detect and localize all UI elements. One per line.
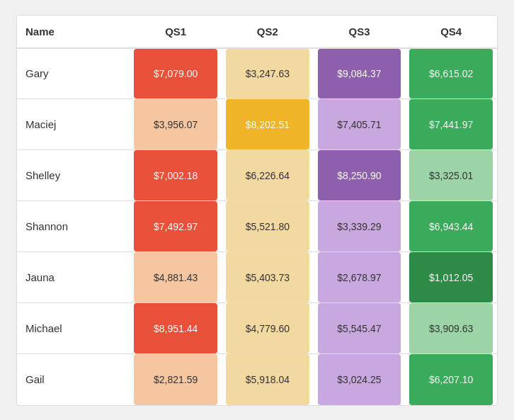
cell-value-qs4: $6,207.10 xyxy=(409,354,493,405)
cell-value-qs2: $8,202.51 xyxy=(226,99,309,149)
cell-qs3: $8,250.90 xyxy=(314,150,406,201)
cell-qs1: $7,079.00 xyxy=(130,48,222,99)
cell-qs2: $8,202.51 xyxy=(222,99,314,150)
cell-value-qs2: $5,403.73 xyxy=(226,252,309,302)
table-row: Michael$8,951.44$4,779.60$5,545.47$3,909… xyxy=(17,303,497,354)
cell-name: Michael xyxy=(17,303,130,354)
table-row: Maciej$3,956.07$8,202.51$7,405.71$7,441.… xyxy=(17,99,497,150)
cell-qs4: $3,909.63 xyxy=(405,303,497,354)
cell-qs2: $4,779.60 xyxy=(222,303,314,354)
cell-qs4: $1,012.05 xyxy=(405,252,497,303)
cell-value-qs3: $5,545.47 xyxy=(318,303,401,353)
table-row: Gary$7,079.00$3,247.63$9,084.37$6,615.02 xyxy=(17,48,497,99)
cell-value-qs1: $7,492.97 xyxy=(134,201,217,251)
cell-value-qs4: $3,325.01 xyxy=(409,150,493,200)
cell-name: Shelley xyxy=(17,150,130,201)
cell-value-qs3: $9,084.37 xyxy=(318,49,401,99)
cell-qs1: $8,951.44 xyxy=(130,303,222,354)
header-qs1: QS1 xyxy=(130,16,222,48)
cell-value-qs4: $6,615.02 xyxy=(409,49,493,99)
cell-value-qs3: $8,250.90 xyxy=(318,150,401,200)
header-name: Name xyxy=(17,16,130,48)
cell-name: Shannon xyxy=(17,201,130,252)
header-qs4: QS4 xyxy=(405,16,497,48)
cell-qs4: $3,325.01 xyxy=(405,150,497,201)
cell-value-qs2: $5,918.04 xyxy=(226,354,309,405)
cell-qs1: $2,821.59 xyxy=(130,354,222,405)
cell-value-qs2: $5,521.80 xyxy=(226,201,309,251)
cell-name: Gail xyxy=(17,354,130,405)
cell-value-qs1: $7,002.18 xyxy=(134,150,217,200)
cell-value-qs1: $2,821.59 xyxy=(134,354,217,405)
cell-qs3: $7,405.71 xyxy=(314,99,406,150)
table-row: Shelley$7,002.18$6,226.64$8,250.90$3,325… xyxy=(17,150,497,201)
cell-value-qs2: $6,226.64 xyxy=(226,150,309,200)
header-qs2: QS2 xyxy=(222,16,314,48)
cell-qs2: $5,403.73 xyxy=(222,252,314,303)
cell-qs1: $7,492.97 xyxy=(130,201,222,252)
cell-qs1: $4,881.43 xyxy=(130,252,222,303)
cell-value-qs3: $3,339.29 xyxy=(318,201,401,251)
cell-name: Gary xyxy=(17,48,130,99)
cell-qs4: $6,207.10 xyxy=(405,354,497,405)
cell-value-qs1: $3,956.07 xyxy=(134,99,217,149)
cell-value-qs2: $4,779.60 xyxy=(226,303,309,353)
cell-value-qs4: $6,943.44 xyxy=(409,201,493,251)
cell-value-qs3: $2,678.97 xyxy=(318,252,401,302)
cell-qs4: $6,615.02 xyxy=(405,48,497,99)
table-row: Jauna$4,881.43$5,403.73$2,678.97$1,012.0… xyxy=(17,252,497,303)
cell-qs3: $5,545.47 xyxy=(314,303,406,354)
cell-qs2: $5,521.80 xyxy=(222,201,314,252)
data-table: Name QS1 QS2 QS3 QS4 Gary$7,079.00$3,247… xyxy=(16,15,498,406)
cell-name: Maciej xyxy=(17,99,130,150)
cell-qs2: $6,226.64 xyxy=(222,150,314,201)
table-row: Gail$2,821.59$5,918.04$3,024.25$6,207.10 xyxy=(17,354,497,405)
cell-value-qs3: $7,405.71 xyxy=(318,99,401,149)
cell-qs4: $6,943.44 xyxy=(405,201,497,252)
cell-qs3: $2,678.97 xyxy=(314,252,406,303)
table-header-row: Name QS1 QS2 QS3 QS4 xyxy=(17,16,497,48)
cell-qs1: $7,002.18 xyxy=(130,150,222,201)
cell-value-qs1: $4,881.43 xyxy=(134,252,217,302)
cell-qs4: $7,441.97 xyxy=(405,99,497,150)
cell-qs1: $3,956.07 xyxy=(130,99,222,150)
cell-value-qs1: $8,951.44 xyxy=(134,303,217,353)
cell-value-qs3: $3,024.25 xyxy=(318,354,401,405)
cell-qs3: $9,084.37 xyxy=(314,48,406,99)
cell-name: Jauna xyxy=(17,252,130,303)
cell-qs2: $3,247.63 xyxy=(222,48,314,99)
cell-value-qs2: $3,247.63 xyxy=(226,49,309,99)
cell-value-qs4: $3,909.63 xyxy=(409,303,493,353)
cell-value-qs1: $7,079.00 xyxy=(134,49,217,99)
cell-qs3: $3,339.29 xyxy=(314,201,406,252)
cell-value-qs4: $7,441.97 xyxy=(409,99,493,149)
cell-qs2: $5,918.04 xyxy=(222,354,314,405)
cell-value-qs4: $1,012.05 xyxy=(409,252,493,302)
header-qs3: QS3 xyxy=(314,16,406,48)
cell-qs3: $3,024.25 xyxy=(314,354,406,405)
table-row: Shannon$7,492.97$5,521.80$3,339.29$6,943… xyxy=(17,201,497,252)
